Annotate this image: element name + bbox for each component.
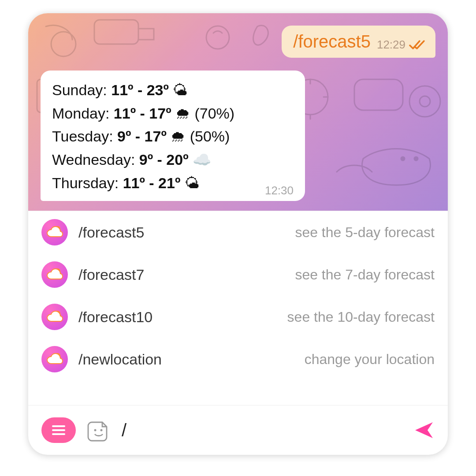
incoming-message-time: 12:30 [265, 184, 294, 197]
command-suggestion[interactable]: /forecast7see the 7-day forecast [28, 253, 448, 296]
command-description: see the 7-day forecast [204, 267, 435, 283]
svg-point-5 [409, 86, 440, 117]
outgoing-message-time: 12:29 [377, 38, 405, 52]
svg-point-15 [100, 429, 103, 431]
chat-window: /forecast5 12:29 Sunday: 11º - 23º 🌤Mond… [28, 13, 448, 455]
command-description: change your location [204, 351, 435, 368]
forecast-row: Sunday: 11º - 23º 🌤 [52, 78, 294, 102]
command-name: /forecast7 [78, 266, 193, 283]
svg-rect-1 [94, 20, 138, 44]
bot-command-suggestions: /forecast5see the 5-day forecast/forecas… [28, 211, 448, 405]
incoming-message[interactable]: Sunday: 11º - 23º 🌤Monday: 11º - 17º 🌧 (… [41, 71, 305, 201]
bot-avatar [41, 304, 68, 330]
command-name: /newlocation [78, 351, 193, 368]
outgoing-message[interactable]: /forecast5 12:29 [282, 26, 435, 58]
bot-avatar [41, 219, 68, 245]
svg-point-8 [414, 157, 418, 160]
compose-bar [28, 405, 448, 455]
sticker-icon [87, 419, 110, 442]
forecast-row: Monday: 11º - 17º 🌧 (70%) [52, 102, 294, 125]
svg-rect-4 [354, 79, 403, 110]
sticker-button[interactable] [87, 419, 110, 442]
outgoing-message-text: /forecast5 [293, 32, 371, 52]
command-description: see the 10-day forecast [204, 309, 435, 325]
command-suggestion[interactable]: /newlocationchange your location [28, 338, 448, 380]
bot-avatar [41, 346, 68, 372]
forecast-row: Tuesday: 9º - 17º 🌧 (50%) [52, 125, 294, 148]
send-icon [413, 420, 435, 441]
send-button[interactable] [413, 420, 435, 441]
svg-point-14 [94, 429, 97, 431]
svg-point-0 [51, 32, 76, 56]
svg-point-6 [420, 96, 430, 107]
command-name: /forecast10 [78, 309, 193, 326]
chat-messages-area[interactable]: /forecast5 12:29 Sunday: 11º - 23º 🌤Mond… [28, 13, 448, 211]
command-suggestion[interactable]: /forecast10see the 10-day forecast [28, 296, 448, 338]
command-suggestion[interactable]: /forecast5see the 5-day forecast [28, 211, 448, 253]
command-description: see the 5-day forecast [204, 224, 435, 241]
bot-menu-button[interactable] [41, 417, 76, 443]
command-name: /forecast5 [78, 224, 193, 241]
message-input[interactable] [122, 420, 402, 440]
forecast-row: Wednesday: 9º - 20º ☁️ [52, 148, 294, 171]
bot-avatar [41, 261, 68, 288]
forecast-row: Thursday: 11º - 21º 🌤 [52, 171, 294, 195]
read-checkmarks-icon [409, 39, 426, 51]
svg-point-2 [206, 26, 229, 49]
svg-point-7 [401, 157, 405, 160]
